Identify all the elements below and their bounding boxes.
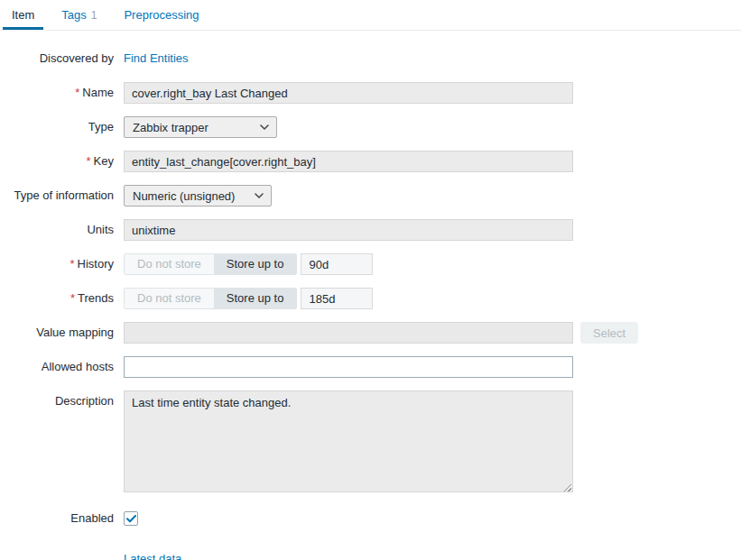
discovered-by-rule-link[interactable]: Find Entities xyxy=(124,48,189,69)
units-label: Units xyxy=(0,219,114,241)
name-input[interactable] xyxy=(124,82,573,104)
chevron-down-icon xyxy=(255,193,264,198)
type-select-value: Zabbix trapper xyxy=(133,121,208,134)
key-label: *Key xyxy=(0,151,114,172)
row-value-mapping: Value mapping Select xyxy=(0,322,741,344)
tab-item-label: Item xyxy=(12,8,34,22)
required-asterisk: * xyxy=(69,257,74,271)
history-label: *History xyxy=(0,253,114,275)
row-latest-data: Latest data xyxy=(0,548,741,560)
row-type-of-information: Type of information Numeric (unsigned) xyxy=(0,185,741,207)
required-asterisk: * xyxy=(75,86,79,99)
type-of-information-label: Type of information xyxy=(0,185,114,207)
value-mapping-label: Value mapping xyxy=(0,322,114,344)
tab-tags[interactable]: Tags1 xyxy=(52,1,106,30)
enabled-checkbox[interactable] xyxy=(124,511,138,526)
units-input[interactable] xyxy=(124,219,573,241)
history-mode-segmented: Do not store Store up to xyxy=(124,253,297,275)
trends-store-up-to-option[interactable]: Store up to xyxy=(214,289,297,308)
value-mapping-multiselect[interactable] xyxy=(124,322,573,344)
required-asterisk: * xyxy=(87,154,91,168)
tab-bar: Item Tags1 Preprocessing xyxy=(0,0,741,31)
required-asterisk: * xyxy=(70,291,75,305)
value-mapping-select-button: Select xyxy=(580,322,638,344)
type-label: Type xyxy=(0,116,114,138)
row-units: Units xyxy=(0,219,741,241)
tab-item[interactable]: Item xyxy=(3,1,43,30)
tab-tags-count-badge: 1 xyxy=(91,9,97,22)
row-name: *Name xyxy=(0,82,741,104)
row-trends: *Trends Do not store Store up to xyxy=(0,288,741,309)
checkmark-icon xyxy=(126,515,136,523)
enabled-label: Enabled xyxy=(0,508,114,529)
description-label: Description xyxy=(0,390,114,412)
trends-period-input[interactable] xyxy=(301,288,373,309)
chevron-down-icon xyxy=(260,124,269,130)
tab-preprocessing[interactable]: Preprocessing xyxy=(115,1,208,30)
row-allowed-hosts: Allowed hosts xyxy=(0,356,741,378)
trends-do-not-store-option[interactable]: Do not store xyxy=(125,289,214,308)
discovered-by-label: Discovered by xyxy=(0,48,114,69)
row-enabled: Enabled xyxy=(0,508,741,529)
allowed-hosts-input[interactable] xyxy=(124,356,573,378)
history-do-not-store-option[interactable]: Do not store xyxy=(125,254,214,274)
tab-tags-label: Tags xyxy=(61,8,86,22)
row-type: Type Zabbix trapper xyxy=(0,116,741,138)
description-textarea[interactable]: Last time entity state changed. xyxy=(124,390,573,492)
tab-preprocessing-label: Preprocessing xyxy=(124,8,199,22)
type-of-information-select[interactable]: Numeric (unsigned) xyxy=(124,185,272,207)
item-form: Discovered by Find Entities *Name Type Z… xyxy=(0,31,741,560)
trends-label: *Trends xyxy=(0,288,114,309)
latest-data-link[interactable]: Latest data xyxy=(124,548,181,560)
row-history: *History Do not store Store up to xyxy=(0,253,741,275)
type-select[interactable]: Zabbix trapper xyxy=(124,116,277,138)
trends-mode-segmented: Do not store Store up to xyxy=(124,288,297,309)
allowed-hosts-label: Allowed hosts xyxy=(0,356,114,378)
row-description: Description Last time entity state chang… xyxy=(0,390,741,495)
row-key: *Key xyxy=(0,151,741,172)
history-period-input[interactable] xyxy=(301,253,373,275)
history-store-up-to-option[interactable]: Store up to xyxy=(214,254,297,274)
type-of-information-select-value: Numeric (unsigned) xyxy=(133,189,235,203)
key-input[interactable] xyxy=(124,151,573,172)
row-discovered-by: Discovered by Find Entities xyxy=(0,48,741,69)
name-label: *Name xyxy=(0,82,114,104)
